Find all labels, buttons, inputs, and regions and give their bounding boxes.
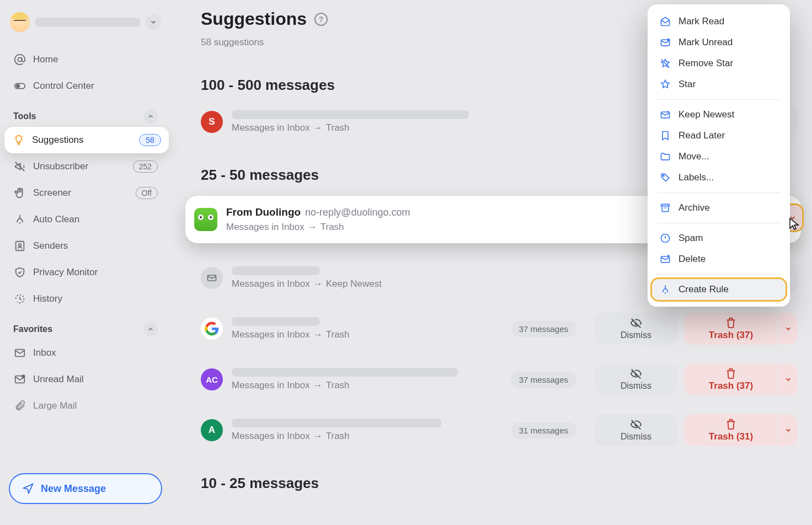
megaphone-off-icon: [13, 160, 26, 173]
nav-control-center[interactable]: Control Center: [6, 73, 165, 99]
suggestion-row[interactable]: AC Messages in Inbox→Trash 37 messages D…: [201, 363, 798, 395]
svg-point-12: [663, 175, 664, 176]
mail-open-icon: [660, 16, 671, 27]
folder-icon: [660, 151, 671, 162]
chevron-down-icon: [784, 376, 792, 383]
svg-rect-13: [661, 204, 670, 206]
hand-icon: [13, 186, 26, 200]
suggestion-row[interactable]: A Messages in Inbox→Trash 31 messages Di…: [201, 414, 798, 446]
menu-separator: [656, 223, 781, 223]
star-icon: [660, 79, 671, 90]
trash-more-button[interactable]: [779, 414, 798, 446]
nav-history[interactable]: History: [6, 286, 165, 312]
menu-remove-star[interactable]: Remove Star: [652, 53, 786, 74]
flow-icon: [13, 213, 26, 226]
sender-avatar-google: [201, 318, 223, 340]
dismiss-button[interactable]: Dismiss: [595, 414, 677, 446]
trash-button[interactable]: Trash (37): [684, 313, 778, 345]
nav-auto-clean[interactable]: Auto Clean: [6, 206, 165, 233]
context-menu: Mark Read Mark Unread Remove Star Star K…: [648, 4, 790, 307]
sender-name-placeholder: [232, 266, 320, 275]
nav-label: Home: [33, 54, 158, 65]
suggestion-row[interactable]: Messages in Inbox→Trash 37 messages Dism…: [201, 313, 798, 345]
trash-button[interactable]: Trash (31): [684, 414, 778, 446]
svg-point-2: [17, 84, 19, 88]
chevron-down-icon[interactable]: [146, 14, 161, 30]
svg-point-7: [22, 375, 25, 378]
menu-archive[interactable]: Archive: [652, 197, 786, 218]
menu-create-rule[interactable]: Create Rule: [652, 279, 786, 300]
dismiss-button[interactable]: Dismiss: [595, 313, 677, 345]
row-rule: Messages in Inbox→Keep Newest: [232, 278, 672, 290]
nav-label: Large Mail: [33, 400, 158, 411]
nav-unread[interactable]: Unread Mail: [6, 366, 165, 393]
menu-keep-newest[interactable]: Keep Newest: [652, 104, 786, 125]
trash-icon: [725, 418, 737, 430]
nav-large-mail[interactable]: Large Mail: [6, 393, 165, 419]
nav-privacy[interactable]: Privacy Monitor: [6, 259, 165, 286]
nav-label: Unsubscriber: [33, 161, 126, 172]
sender-avatar-duolingo: [194, 208, 217, 231]
menu-mark-read[interactable]: Mark Read: [652, 11, 786, 32]
row-body: From Duolingono-reply@duolingo.com Messa…: [226, 206, 669, 233]
section-tools-header[interactable]: Tools: [6, 99, 165, 127]
nav-label: Control Center: [33, 81, 158, 92]
svg-point-4: [19, 244, 22, 247]
menu-labels[interactable]: Labels...: [652, 167, 786, 188]
section-label: Favorites: [13, 324, 143, 334]
row-rule: Messages in Inbox→Trash: [232, 329, 503, 340]
status-badge: Off: [136, 187, 158, 199]
row-body: Messages in Inbox→Trash: [232, 368, 503, 391]
history-icon: [13, 292, 26, 306]
count-badge: 58: [139, 134, 161, 146]
menu-delete[interactable]: Delete: [652, 249, 786, 270]
sidebar: Home Control Center Tools Suggestions 58: [0, 0, 171, 525]
nav-label: Auto Clean: [33, 214, 158, 225]
paper-plane-icon: [22, 483, 34, 495]
nav-unsubscriber[interactable]: Unsubscriber 252: [6, 153, 165, 180]
avatar: [10, 12, 30, 32]
menu-spam[interactable]: Spam: [652, 228, 786, 249]
attachment-icon: [13, 399, 26, 413]
row-actions: Dismiss Trash (37): [595, 313, 798, 345]
nav-home[interactable]: Home: [6, 46, 165, 73]
group-header: 10 - 25 messages: [201, 475, 798, 492]
menu-move[interactable]: Move...: [652, 146, 786, 167]
nav-inbox[interactable]: Inbox: [6, 340, 165, 366]
dismiss-button[interactable]: Dismiss: [595, 363, 677, 395]
row-rule: Messages in Inbox→Trash: [232, 122, 667, 133]
trash-more-button[interactable]: [779, 363, 798, 395]
sender-title: From Duolingono-reply@duolingo.com: [226, 206, 669, 218]
chevron-down-icon: [784, 325, 792, 333]
nav-senders[interactable]: Senders: [6, 233, 165, 259]
nav-suggestions[interactable]: Suggestions 58: [4, 127, 169, 153]
row-body: Messages in Inbox→Trash: [232, 110, 667, 133]
count-badge: 252: [133, 160, 158, 173]
new-message-button[interactable]: New Message: [9, 473, 162, 504]
row-rule: Messages in Inbox→Trash: [232, 431, 503, 442]
nav-label: Screener: [33, 188, 129, 199]
sender-avatar: S: [201, 111, 223, 133]
trash-icon: [725, 317, 737, 329]
eye-off-icon: [630, 317, 642, 329]
chevron-down-icon: [784, 426, 792, 434]
row-actions: Dismiss Trash (37): [595, 363, 798, 395]
sender-avatar: AC: [201, 368, 223, 390]
toggle-icon: [13, 79, 26, 93]
account-switcher[interactable]: [6, 9, 165, 35]
menu-star[interactable]: Star: [652, 74, 786, 95]
menu-mark-unread[interactable]: Mark Unread: [652, 32, 786, 53]
nav-screener[interactable]: Screener Off: [6, 180, 165, 206]
app-window: Home Control Center Tools Suggestions 58: [0, 0, 812, 525]
row-rule: Messages in Inbox→Trash: [226, 222, 669, 233]
trash-button[interactable]: Trash (37): [684, 363, 778, 395]
trash-more-button[interactable]: [779, 313, 798, 345]
nav-label: Senders: [33, 240, 158, 251]
help-icon[interactable]: ?: [314, 13, 328, 26]
star-off-icon: [660, 58, 671, 69]
sender-name-placeholder: [232, 368, 458, 377]
bookmark-icon: [660, 130, 671, 141]
section-favorites-header[interactable]: Favorites: [6, 312, 165, 340]
row-actions: Dismiss Trash (31): [595, 414, 798, 446]
menu-read-later[interactable]: Read Later: [652, 125, 786, 146]
